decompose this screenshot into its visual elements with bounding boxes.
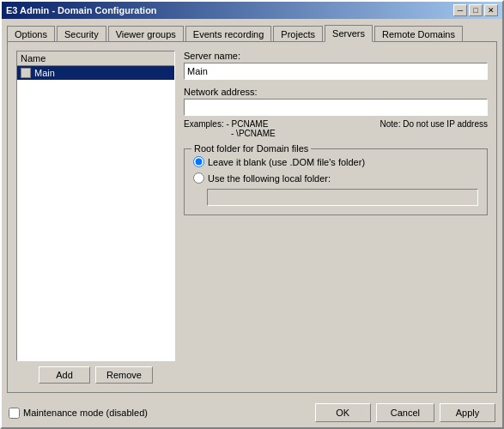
- maximize-button[interactable]: □: [469, 4, 483, 16]
- tab-servers[interactable]: Servers: [325, 25, 373, 42]
- tab-events-recording[interactable]: Events recording: [185, 26, 272, 42]
- dialog-content: Options Security Viewer groups Events re…: [2, 19, 502, 398]
- radio-local[interactable]: [193, 172, 204, 184]
- list-action-buttons: Add Remove: [16, 366, 175, 384]
- server-list-item-label: Main: [34, 68, 55, 78]
- local-folder-input[interactable]: [207, 189, 478, 206]
- server-name-label: Server name:: [184, 51, 488, 61]
- maintenance-group: Maintenance mode (disabled): [9, 408, 308, 419]
- network-address-input[interactable]: [184, 99, 488, 116]
- network-address-label: Network address:: [184, 87, 488, 97]
- radio-blank-label[interactable]: Leave it blank (use .DOM file's folder): [193, 156, 478, 167]
- note-text: Note: Do not use IP address: [380, 119, 488, 138]
- title-bar-buttons: ─ □ ✕: [453, 4, 498, 16]
- radio-blank[interactable]: [193, 156, 204, 167]
- tab-remote-domains[interactable]: Remote Domains: [374, 26, 463, 42]
- tab-viewer-groups[interactable]: Viewer groups: [108, 26, 184, 42]
- tab-bar: Options Security Viewer groups Events re…: [7, 24, 497, 41]
- bottom-buttons: OK Cancel Apply: [315, 403, 495, 422]
- main-window: E3 Admin - Domain Configuration ─ □ ✕ Op…: [0, 0, 504, 429]
- maintenance-checkbox[interactable]: [9, 408, 20, 419]
- title-bar: E3 Admin - Domain Configuration ─ □ ✕: [2, 2, 502, 19]
- network-address-group: Network address: Examples: - PCNAME - \P…: [184, 87, 488, 138]
- minimize-button[interactable]: ─: [453, 4, 467, 16]
- examples-left: Examples: - PCNAME - \PCNAME: [184, 119, 276, 138]
- left-panel: Name Main Add Remove: [16, 51, 175, 384]
- tab-content-servers: Name Main Add Remove Server name:: [7, 41, 497, 393]
- add-button[interactable]: Add: [39, 366, 90, 384]
- examples-label: Examples: - PCNAME: [184, 119, 276, 129]
- server-name-input[interactable]: [184, 63, 488, 80]
- cancel-button[interactable]: Cancel: [376, 403, 434, 422]
- remove-button[interactable]: Remove: [95, 366, 153, 384]
- list-item[interactable]: Main: [17, 66, 174, 80]
- radio-blank-text: Leave it blank (use .DOM file's folder): [208, 157, 365, 167]
- radio-group: Leave it blank (use .DOM file's folder) …: [193, 156, 478, 206]
- tab-projects[interactable]: Projects: [273, 26, 323, 42]
- server-icon: [21, 68, 31, 78]
- window-title: E3 Admin - Domain Configuration: [6, 5, 157, 15]
- maintenance-label: Maintenance mode (disabled): [23, 408, 148, 418]
- root-folder-legend: Root folder for Domain files: [191, 143, 311, 154]
- example2: - \PCNAME: [184, 129, 276, 138]
- tab-security[interactable]: Security: [57, 26, 106, 42]
- apply-button[interactable]: Apply: [440, 403, 495, 422]
- server-list-box: Name Main: [16, 51, 175, 361]
- bottom-bar: Maintenance mode (disabled) OK Cancel Ap…: [2, 398, 502, 427]
- tab-options[interactable]: Options: [7, 26, 55, 42]
- root-folder-group: Root folder for Domain files Leave it bl…: [184, 148, 488, 215]
- ok-button[interactable]: OK: [315, 403, 371, 422]
- list-column-header: Name: [17, 51, 174, 66]
- right-panel: Server name: Network address: Examples: …: [184, 51, 488, 384]
- close-button[interactable]: ✕: [484, 4, 498, 16]
- server-name-group: Server name:: [184, 51, 488, 80]
- examples-note: Examples: - PCNAME - \PCNAME Note: Do no…: [184, 119, 488, 138]
- radio-local-text: Use the following local folder:: [208, 173, 331, 184]
- radio-local-label[interactable]: Use the following local folder:: [193, 172, 478, 184]
